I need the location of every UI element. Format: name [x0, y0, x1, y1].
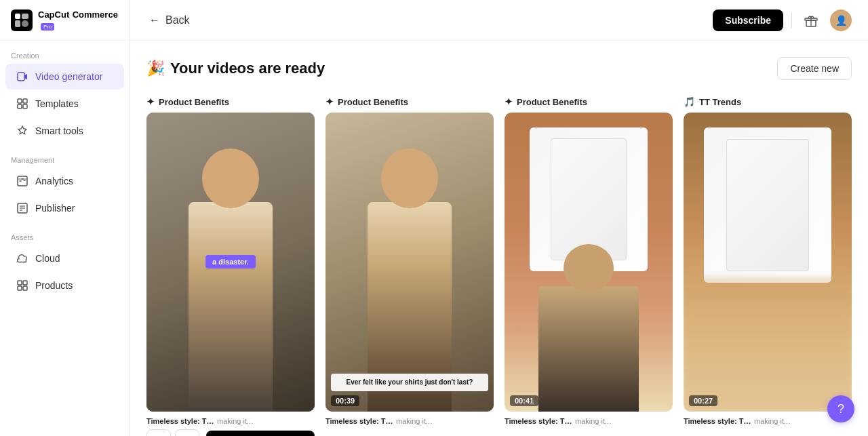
- card-3-footer-title: Timeless style: The c...: [505, 417, 572, 425]
- publisher-icon: [16, 202, 28, 214]
- card-2-header: ✦ Product Benefits: [326, 96, 494, 107]
- products-icon: [16, 279, 28, 292]
- templates-icon: [16, 98, 28, 110]
- card-2-subtitle: Ever felt like your shirts just don't la…: [331, 374, 488, 391]
- video-card-3: ✦ Product Benefits 00:41 Timeless style:…: [505, 96, 673, 436]
- header-right: Subscribe 👤: [713, 9, 852, 31]
- sidebar-item-publisher[interactable]: Publisher: [5, 195, 124, 221]
- video-card-2: ✦ Product Benefits Ever felt like your s…: [326, 96, 494, 436]
- export-button[interactable]: Export: [206, 431, 315, 436]
- sidebar-item-label: Cloud: [35, 253, 60, 264]
- avatar[interactable]: 👤: [830, 9, 852, 31]
- svg-rect-18: [23, 286, 27, 290]
- svg-rect-0: [15, 14, 20, 19]
- card-2-footer-title: Timeless style: The c...: [326, 417, 393, 425]
- svg-rect-1: [22, 14, 28, 19]
- card-1-type-icon: ✦: [146, 96, 155, 107]
- card-1-toolbar: ↻ ✂ Export: [146, 429, 315, 436]
- gift-icon[interactable]: [800, 9, 822, 31]
- svg-point-3: [22, 20, 28, 27]
- card-4-footer: Timeless style: The c... making it...: [684, 417, 852, 425]
- title-row: 🎉 Your videos are ready Create new: [146, 57, 852, 80]
- card-4-type-icon: 🎵: [684, 96, 695, 107]
- title-emoji: 🎉: [146, 60, 165, 77]
- logo-icon: [11, 9, 33, 31]
- card-4-timer: 00:27: [689, 395, 717, 406]
- sidebar-item-video-generator[interactable]: Video generator: [5, 64, 124, 90]
- card-1-footer-title: Timeless style: The c...: [146, 417, 214, 425]
- card-1-type-label: Product Benefits: [159, 97, 229, 107]
- card-2-thumbnail[interactable]: Ever felt like your shirts just don't la…: [326, 113, 494, 412]
- svg-rect-9: [18, 176, 27, 186]
- sidebar-item-templates[interactable]: Templates: [5, 91, 124, 117]
- sidebar-item-products[interactable]: Products: [5, 273, 124, 298]
- sidebar: CapCut Commerce Pro Creation Video gener…: [0, 0, 130, 436]
- card-1-tag: a disaster.: [205, 255, 256, 269]
- card-1-thumbnail[interactable]: a disaster. Edit more: [146, 113, 315, 412]
- card-2-type-icon: ✦: [326, 96, 334, 107]
- video-grid: ✦ Product Benefits a disaster. Edit more…: [146, 96, 852, 436]
- card-3-timer: 00:41: [510, 395, 538, 406]
- svg-rect-8: [23, 104, 27, 108]
- card-4-thumbnail[interactable]: 00:27: [684, 113, 852, 412]
- sidebar-item-cloud[interactable]: Cloud: [5, 245, 124, 271]
- subscribe-button[interactable]: Subscribe: [713, 9, 783, 31]
- card-1-footer: Timeless style: The c... making it...: [146, 417, 315, 425]
- sidebar-item-label: Products: [35, 280, 73, 291]
- sidebar-section-assets: Assets Cloud Products: [0, 222, 130, 300]
- header-divider: [791, 12, 792, 28]
- page-title: 🎉 Your videos are ready: [146, 60, 325, 77]
- back-label: Back: [165, 14, 190, 26]
- card-3-type-icon: ✦: [505, 96, 513, 107]
- svg-rect-7: [18, 104, 22, 108]
- card-3-thumbnail[interactable]: 00:41: [505, 113, 673, 412]
- card-3-footer: Timeless style: The c... making it...: [505, 417, 673, 425]
- logo-text: CapCut: [38, 9, 69, 20]
- cloud-icon: [16, 252, 28, 264]
- card-2-footer-sub: making it...: [396, 417, 432, 425]
- smart-tools-icon: [16, 125, 28, 137]
- svg-rect-16: [23, 281, 27, 285]
- sidebar-item-smart-tools[interactable]: Smart tools: [5, 118, 124, 144]
- video-card-1: ✦ Product Benefits a disaster. Edit more…: [146, 96, 315, 436]
- card-2-footer: Timeless style: The c... making it...: [326, 417, 494, 425]
- card-4-footer-title: Timeless style: The c...: [684, 417, 751, 425]
- main-content: ← Back Subscribe 👤 🎉 Your videos are rea…: [130, 0, 868, 436]
- card-1-footer-sub: making it...: [217, 417, 253, 425]
- sidebar-item-analytics[interactable]: Analytics: [5, 168, 124, 194]
- help-button[interactable]: ?: [827, 395, 854, 422]
- card-3-footer-sub: making it...: [575, 417, 611, 425]
- sidebar-item-label: Publisher: [35, 203, 75, 214]
- video-generator-icon: [16, 71, 28, 83]
- sidebar-item-label: Templates: [35, 98, 79, 109]
- create-new-button[interactable]: Create new: [777, 57, 852, 80]
- sidebar-section-management: Management Analytics Publisher: [0, 145, 130, 222]
- svg-rect-15: [18, 281, 22, 285]
- creation-label: Creation: [0, 41, 130, 62]
- sidebar-item-label: Analytics: [35, 176, 73, 186]
- svg-rect-17: [18, 286, 22, 290]
- card-1-header: ✦ Product Benefits: [146, 96, 315, 107]
- cut-button[interactable]: ✂: [175, 429, 199, 436]
- card-2-timer: 00:39: [331, 395, 359, 406]
- sidebar-item-label: Smart tools: [35, 125, 83, 136]
- logo: CapCut Commerce Pro: [0, 0, 130, 41]
- card-3-type-label: Product Benefits: [517, 97, 587, 107]
- card-4-footer-sub: making it...: [754, 417, 790, 425]
- svg-rect-2: [15, 20, 20, 27]
- card-3-header: ✦ Product Benefits: [505, 96, 673, 107]
- header: ← Back Subscribe 👤: [130, 0, 868, 41]
- card-2-type-label: Product Benefits: [338, 97, 408, 107]
- back-button[interactable]: ← Back: [146, 12, 190, 28]
- svg-rect-6: [23, 99, 27, 103]
- card-4-type-label: TT Trends: [699, 97, 741, 107]
- management-label: Management: [0, 145, 130, 167]
- video-card-4: 🎵 TT Trends 00:27 Timeless style: The c.…: [684, 96, 852, 436]
- refresh-button[interactable]: ↻: [146, 429, 171, 436]
- logo-badge: Pro: [41, 23, 54, 31]
- title-text: Your videos are ready: [170, 60, 325, 77]
- logo-subtext: Commerce: [73, 9, 118, 20]
- header-left: ← Back: [146, 12, 190, 28]
- sidebar-section-creation: Creation Video generator Templates: [0, 41, 130, 145]
- svg-rect-4: [18, 73, 24, 81]
